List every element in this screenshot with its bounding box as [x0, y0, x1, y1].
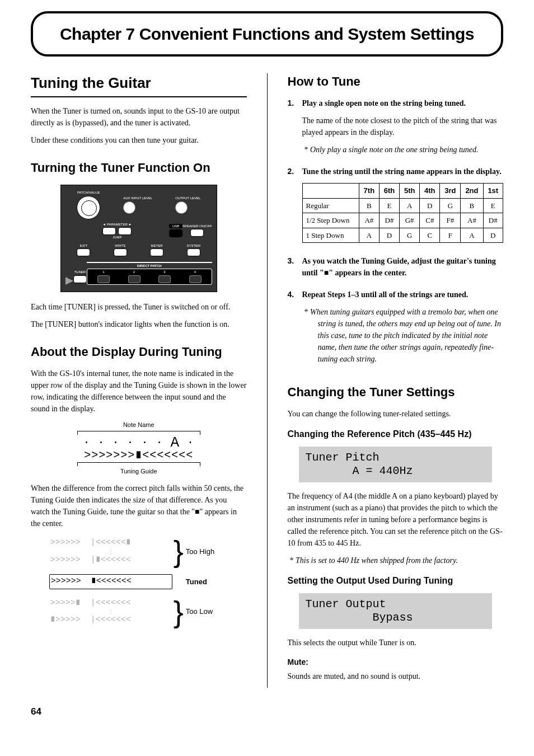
chapter-title: Chapter 7 Convenient Functions and Syste… [46, 21, 488, 46]
noteguide-dots-row-tail: · [180, 436, 194, 449]
pitch-row-low-2: ∎>>>>> |<<<<<<< [49, 613, 172, 627]
display-tuning-paragraph-1: With the GS-10's internal tuner, the not… [31, 368, 247, 415]
lcd-tuner-output: Tuner Output Bypass [299, 593, 493, 629]
table-cell: D# [379, 213, 399, 228]
speaker-button [190, 229, 204, 237]
table-cell: E [379, 198, 399, 213]
panel-label-output: OUTPUT LEVEL [175, 196, 200, 200]
step-4-title: Repeat Steps 1–3 until all of the string… [302, 289, 504, 300]
changing-settings-intro: You can change the following tuner-relat… [288, 408, 504, 420]
step-1-note: Only play a single note on the one strin… [312, 144, 504, 156]
step-4: 4. Repeat Steps 1–3 until all of the str… [288, 289, 504, 370]
tuning-table: 7th6th5th4th3rd2nd1st RegularBEADGBE1/2 … [302, 183, 504, 243]
heading-mute: Mute: [288, 656, 504, 668]
step-2-title: Tune the string until the string name ap… [302, 166, 504, 177]
table-row: 1/2 Step DownA#D#G#C#F#A#D# [302, 213, 503, 228]
table-cell: 1 Step Down [302, 228, 359, 243]
panel-label-meter: METER [150, 244, 163, 248]
table-header: 2nd [461, 184, 483, 199]
reference-pitch-note: This is set to 440 Hz when shipped from … [298, 555, 504, 566]
tuner-indicator-paragraph: The [TUNER] button's indicator lights wh… [31, 318, 247, 330]
heading-tuning-guitar: Tuning the Guitar [31, 72, 247, 97]
step-1: 1. Play a single open note on the string… [288, 97, 504, 161]
tuner-press-paragraph: Each time [TUNER] is pressed, the Tuner … [31, 301, 247, 313]
panel-label-speaker: SPEAKER ON/OFF [182, 224, 212, 228]
table-header: 3rd [440, 184, 461, 199]
column-divider [267, 73, 268, 688]
panel-label-usb: USB [169, 224, 182, 229]
table-cell: G# [400, 213, 420, 228]
panel-label-parameter: ◄ PARAMETER ► [65, 223, 169, 227]
table-cell: F# [440, 213, 461, 228]
aux-input-dial [123, 201, 135, 214]
table-cell: D [420, 198, 440, 213]
table-cell: G [440, 198, 461, 213]
meter-button [150, 248, 163, 256]
brace-low: } [174, 598, 184, 626]
table-cell: A# [461, 213, 483, 228]
step-3-title: As you watch the Tuning Guide, adjust th… [302, 255, 504, 279]
noteguide-dots-row: · · · · · · [83, 436, 170, 449]
brace-high: } [174, 538, 184, 565]
parameter-right-button [118, 227, 132, 235]
usb-button [169, 229, 182, 237]
panel-label-aux: AUX INPUT LEVEL [123, 196, 152, 200]
noteguide-label-note: Note Name [66, 420, 212, 430]
table-cell: G [400, 228, 420, 243]
table-cell: D [379, 228, 399, 243]
pitch-figure: >>>>>> |<<<<<<∎ ⋮ >>>>>> |∎<<<<<< } Too … [49, 536, 228, 627]
heading-display-during-tuning: About the Display During Tuning [31, 342, 247, 361]
noteguide-figure: Note Name · · · · · · A · >>>>>>>∎<<<<<<… [66, 420, 212, 476]
heading-reference-pitch: Changing the Reference Pitch (435–445 Hz… [288, 428, 504, 441]
table-cell: 1/2 Step Down [302, 213, 359, 228]
direct-patch-2-button [128, 275, 140, 283]
dp-num-3: 3 [158, 270, 171, 274]
table-cell: B [461, 198, 483, 213]
panel-label-direct-patch: DIRECT PATCH [87, 264, 212, 268]
panel-label-patch-value: PATCH/VALUE [77, 191, 100, 195]
tuner-button [73, 275, 87, 283]
panel-label-tuner: TUNER [73, 270, 87, 274]
table-cell: Regular [302, 198, 359, 213]
table-cell: D [483, 228, 503, 243]
reference-pitch-paragraph: The frequency of A4 (the middle A on a p… [288, 490, 504, 549]
table-cell: C# [420, 213, 440, 228]
output-level-dial [175, 201, 188, 214]
direct-patch-4-button [189, 275, 202, 283]
right-column: How to Tune 1. Play a single open note o… [288, 72, 504, 688]
step-1-title: Play a single open note on the string be… [302, 97, 504, 109]
heading-turn-on: Turning the Tuner Function On [31, 158, 247, 177]
chapter-banner: Chapter 7 Convenient Functions and Syste… [31, 11, 503, 57]
table-cell: A [359, 228, 379, 243]
lcd-tuner-pitch: Tuner Pitch A = 440Hz [299, 447, 493, 482]
pitch-label-high: Too High [186, 546, 214, 557]
exit-button [77, 248, 90, 256]
table-header: 7th [359, 184, 379, 199]
page-number: 64 [31, 705, 503, 719]
mute-paragraph: Sounds are muted, and no sound is output… [288, 670, 504, 682]
table-cell: A [400, 198, 420, 213]
left-column: Tuning the Guitar When the Tuner is turn… [31, 72, 247, 688]
write-button [114, 248, 127, 256]
dp-num-1: 1 [97, 270, 110, 274]
control-panel-figure: PATCH/VALUE AUX INPUT LEVEL OUTPUT LEVEL [60, 185, 217, 292]
panel-label-write: WRITE [114, 244, 127, 248]
table-cell: B [359, 198, 379, 213]
direct-patch-1-button [97, 275, 110, 283]
table-cell: D# [483, 213, 503, 228]
direct-patch-3-button [158, 275, 171, 283]
table-header: 1st [483, 184, 503, 199]
pitch-row-high-2: >>>>>> |∎<<<<<< [49, 553, 172, 567]
heading-changing-tuner-settings: Changing the Tuner Settings [288, 383, 504, 401]
pitch-label-low: Too Low [186, 606, 213, 617]
dp-num-4: 4 [189, 270, 202, 274]
panel-label-jump: JUMP [65, 236, 169, 240]
step-1-body: The name of the note closest to the pitc… [302, 115, 504, 138]
table-cell: F [440, 228, 461, 243]
patch-value-dial [77, 196, 100, 219]
heading-output-during-tuning: Setting the Output Used During Tuning [288, 574, 504, 588]
parameter-left-button [102, 227, 116, 235]
pitch-row-high-1: >>>>>> |<<<<<<∎ [49, 536, 172, 550]
table-header [302, 184, 359, 199]
noteguide-label-guide: Tuning Guide [66, 467, 212, 476]
